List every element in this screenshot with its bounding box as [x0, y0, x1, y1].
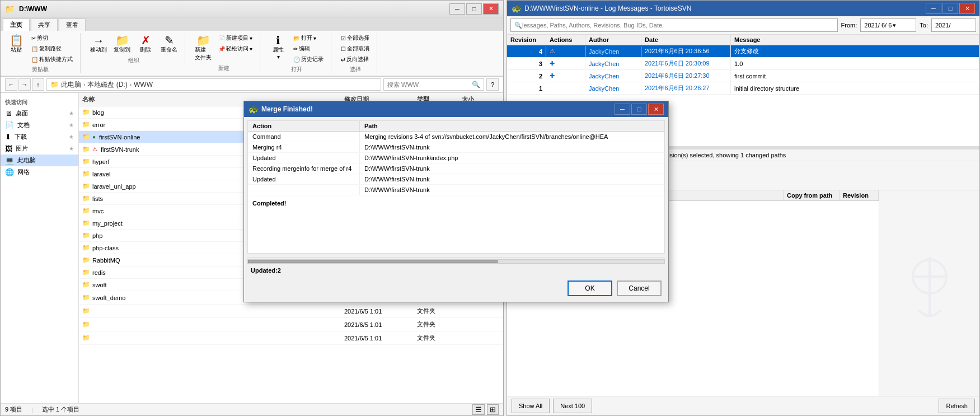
svn-to-date[interactable]: 2021/: [931, 18, 976, 32]
folder-icon: 📁: [82, 244, 90, 251]
svn-log-row[interactable]: 3 ✚ JackyChen 2021年6月6日 20:30:09 1.0: [507, 58, 979, 70]
explorer-maximize-button[interactable]: □: [466, 3, 482, 15]
search-input[interactable]: [387, 81, 470, 88]
svn-search-input[interactable]: [522, 22, 834, 29]
properties-button[interactable]: ℹ 属性 ▾: [267, 33, 289, 62]
search-icon: 🔍: [514, 22, 522, 29]
tab-share[interactable]: 共享: [31, 18, 58, 31]
move-to-button[interactable]: → 移动到: [87, 33, 110, 55]
dialog-maximize-button[interactable]: □: [631, 104, 647, 115]
forward-button[interactable]: →: [18, 78, 31, 91]
rename-button[interactable]: ✎ 重命名: [158, 33, 180, 55]
tab-home[interactable]: 主页: [3, 18, 30, 31]
dialog-table-header: Action Path: [248, 121, 664, 132]
copy-to-button[interactable]: 📁 复制到: [111, 33, 133, 55]
dialog-close-button[interactable]: ✕: [648, 104, 664, 115]
delete-button[interactable]: ✗ 删除: [134, 33, 157, 55]
new-folder-icon: 📁: [196, 35, 210, 46]
address-path[interactable]: 📁 此电脑 › 本地磁盘 (D:) › WWW: [46, 78, 381, 91]
easy-access-button[interactable]: 📌 轻松访问 ▾: [215, 44, 255, 54]
svn-minimize-button[interactable]: ─: [926, 3, 941, 14]
list-item[interactable]: 📁 2021/6/5 1:01文件夹: [79, 318, 503, 331]
back-button[interactable]: ←: [5, 78, 17, 91]
col-revision[interactable]: Revision: [507, 35, 546, 45]
folder-icon: 📁: [82, 158, 90, 165]
folder-icon: 📁: [82, 146, 90, 153]
col-date[interactable]: Date: [641, 35, 731, 45]
history-label: 历史记录: [301, 55, 323, 63]
col-author[interactable]: Author: [585, 35, 641, 45]
folder-icon: 📁: [82, 334, 90, 342]
col-actions[interactable]: Actions: [546, 35, 585, 45]
svn-author: JackyChen: [585, 83, 641, 94]
svn-from-date[interactable]: 2021/ 6/ 6 ▾: [860, 18, 916, 32]
clipboard-group-label: 剪贴板: [32, 66, 49, 73]
svn-log-row[interactable]: 4 ⚠ JackyChen 2021年6月6日 20:36:56 分支修改: [507, 45, 979, 58]
dialog-cell-action: Command: [248, 132, 360, 142]
sidebar-item-this-pc[interactable]: 💻 此电脑: [1, 155, 78, 166]
sidebar-item-pictures[interactable]: 🖼 图片 ★: [1, 143, 78, 155]
dialog-cancel-button[interactable]: Cancel: [617, 281, 662, 296]
sidebar-item-downloads[interactable]: ⬇ 下载 ★: [1, 131, 78, 143]
edit-button[interactable]: ✏ 编辑: [290, 44, 326, 54]
explorer-minimize-button[interactable]: ─: [449, 3, 465, 15]
svn-message: 1.0: [731, 59, 979, 69]
dialog-table-row: Recording mergeinfo for merge of r4 D:\W…: [248, 163, 664, 174]
explorer-close-button[interactable]: ✕: [483, 3, 499, 15]
history-button[interactable]: 🕐 历史记录: [290, 54, 326, 64]
list-view-button[interactable]: ☰: [472, 404, 485, 415]
ribbon: 主页 共享 查看 📋 粘贴 ✂ 剪切: [1, 17, 503, 77]
svn-log-row[interactable]: 1 JackyChen 2021年6月6日 20:26:27 initial d…: [507, 82, 979, 95]
dialog-minimize-button[interactable]: ─: [615, 104, 630, 115]
paste-shortcut-button[interactable]: 📋 粘贴快捷方式: [29, 54, 76, 64]
tab-view[interactable]: 查看: [59, 18, 86, 31]
organize-group-label: 组织: [128, 57, 139, 64]
svn-maximize-button[interactable]: □: [943, 3, 958, 14]
svn-revision: 3: [507, 59, 546, 69]
refresh-button[interactable]: Refresh: [939, 399, 975, 413]
copy-label: 复制到: [114, 46, 130, 54]
paths-col-revision[interactable]: Revision: [840, 190, 879, 200]
ribbon-group-organize: → 移动到 📁 复制到 ✗ 删除 ✎ 重命名: [87, 33, 185, 64]
svg-point-3: [927, 257, 932, 263]
list-item[interactable]: 📁 2021/6/5 1:01文件夹: [79, 305, 503, 318]
paste-shortcut-label: 粘贴快捷方式: [39, 55, 73, 63]
new-item-button[interactable]: 📄 新建项目 ▾: [215, 33, 255, 43]
svn-close-button[interactable]: ✕: [959, 3, 975, 14]
sidebar-item-network-label: 网络: [17, 168, 30, 176]
dialog-scrollbar[interactable]: [247, 259, 665, 264]
history-icon: 🕐: [293, 57, 300, 63]
open-button[interactable]: 📂 打开 ▾: [290, 33, 326, 43]
copy-path-button[interactable]: 📋 复制路径: [29, 44, 76, 54]
dialog-scrollbar-thumb[interactable]: [248, 260, 498, 263]
paths-col-copy[interactable]: Copy from path: [784, 190, 840, 200]
select-all-button[interactable]: ☑ 全部选择: [338, 33, 372, 43]
sidebar-item-desktop[interactable]: 🖥 桌面 ★: [1, 107, 78, 119]
col-message[interactable]: Message: [731, 35, 979, 45]
rename-label: 重命名: [161, 46, 177, 54]
deselect-all-button[interactable]: ☐ 全部取消: [338, 44, 372, 54]
sidebar-item-network[interactable]: 🌐 网络: [1, 166, 78, 178]
new-folder-button[interactable]: 📁 新建文件夹: [192, 33, 214, 63]
search-icon: 🔍: [472, 81, 480, 88]
cut-button[interactable]: ✂ 剪切: [29, 33, 76, 43]
paste-shortcut-icon: 📋: [31, 57, 38, 63]
dialog-ok-button[interactable]: OK: [568, 281, 612, 296]
ribbon-group-select: ☑ 全部选择 ☐ 全部取消 ⇄ 反向选择 选择: [338, 33, 377, 73]
list-item[interactable]: 📁 2021/6/5 1:01文件夹: [79, 331, 503, 345]
detail-view-button[interactable]: ⊞: [487, 404, 499, 415]
help-button[interactable]: ?: [486, 78, 499, 91]
completed-text: Completed!: [252, 200, 287, 207]
search-box[interactable]: 🔍: [383, 78, 484, 91]
sidebar-item-docs[interactable]: 📄 文档 ★: [1, 119, 78, 131]
up-button[interactable]: ↑: [32, 78, 44, 91]
next-100-button[interactable]: Next 100: [553, 399, 592, 413]
invert-selection-button[interactable]: ⇄ 反向选择: [338, 54, 372, 64]
svn-log-row[interactable]: 2 ✚ JackyChen 2021年6月6日 20:27:30 first c…: [507, 70, 979, 82]
show-all-button[interactable]: Show All: [512, 399, 550, 413]
ribbon-tabs: 主页 共享 查看: [1, 17, 503, 31]
paste-button[interactable]: 📋 粘贴: [5, 33, 27, 55]
paste-icon: 📋: [10, 35, 24, 46]
svn-search-box[interactable]: 🔍: [510, 18, 838, 32]
dialog-title-bar: 🐢 Merge Finished! ─ □ ✕: [244, 101, 668, 117]
